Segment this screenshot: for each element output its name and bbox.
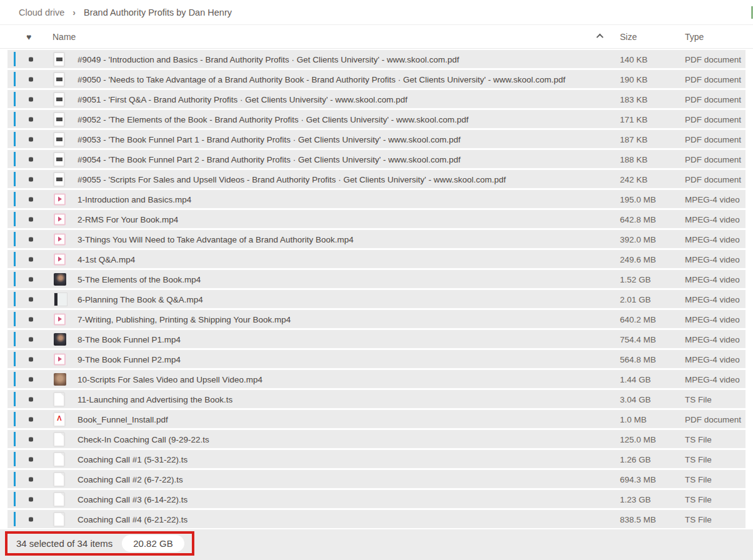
selected-dot-icon[interactable]	[29, 77, 33, 81]
selection-bar	[14, 192, 16, 206]
video-thumb-dark-icon	[54, 333, 66, 346]
file-name[interactable]: Coaching Call #2 (6-7-22).ts	[77, 474, 183, 484]
selection-bar	[14, 232, 16, 246]
selected-dot-icon[interactable]	[29, 217, 33, 221]
file-name[interactable]: 1-Introduction and Basics.mp4	[77, 194, 191, 204]
file-name[interactable]: 8-The Book Funnel P1.mp4	[77, 334, 181, 344]
table-row[interactable]: #9053 - 'The Book Funnel Part 1 - Brand …	[7, 130, 746, 148]
file-name[interactable]: 4-1st Q&A.mp4	[77, 254, 135, 264]
selected-dot-icon[interactable]	[29, 177, 33, 181]
table-row[interactable]: 7-Writing, Publishing, Printing & Shippi…	[7, 310, 746, 328]
selection-bar	[14, 472, 16, 486]
table-row[interactable]: #9054 - 'The Book Funnel Part 2 - Brand …	[7, 150, 746, 168]
table-row[interactable]: 1-Introduction and Basics.mp4 195.0 MB M…	[7, 190, 746, 208]
favorite-heart-icon[interactable]: ♥	[26, 32, 31, 42]
file-name[interactable]: Coaching Call #1 (5-31-22).ts	[77, 454, 187, 464]
selected-dot-icon[interactable]	[29, 297, 33, 301]
sort-ascending-icon[interactable]	[597, 34, 604, 40]
table-row[interactable]: Check-In Coaching Call (9-29-22.ts 125.0…	[7, 430, 746, 448]
selected-dot-icon[interactable]	[29, 337, 33, 341]
table-row[interactable]: Book_Funnel_Install.pdf 1.0 MB PDF docum…	[7, 410, 746, 428]
selected-dot-icon[interactable]	[29, 517, 33, 521]
file-size: 3.04 GB	[620, 394, 651, 404]
selected-dot-icon[interactable]	[29, 257, 33, 261]
file-name[interactable]: 2-RMS For Your Book.mp4	[77, 214, 178, 224]
table-row[interactable]: 10-Scripts For Sales Video and Upsell Vi…	[7, 370, 746, 388]
file-name[interactable]: #9051 - 'First Q&A - Brand Authority Pro…	[77, 94, 407, 104]
table-row[interactable]: 4-1st Q&A.mp4 249.6 MB MPEG-4 video	[7, 250, 746, 268]
file-name[interactable]: Book_Funnel_Install.pdf	[77, 414, 168, 424]
file-name[interactable]: #9050 - 'Needs to Take Advantage of a Br…	[77, 74, 566, 84]
table-row[interactable]: Coaching Call #2 (6-7-22).ts 694.3 MB TS…	[7, 470, 746, 488]
file-name[interactable]: Check-In Coaching Call (9-29-22.ts	[77, 434, 209, 444]
selected-dot-icon[interactable]	[29, 377, 33, 381]
file-size: 694.3 MB	[620, 474, 656, 484]
table-row[interactable]: 11-Launching and Advertising the Book.ts…	[7, 390, 746, 408]
file-name[interactable]: 3-Things You Will Need to Take Advantage…	[77, 234, 354, 244]
selected-dot-icon[interactable]	[29, 357, 33, 361]
file-size: 190 KB	[620, 74, 647, 84]
file-name[interactable]: 10-Scripts For Sales Video and Upsell Vi…	[77, 374, 262, 384]
breadcrumb-root-link[interactable]: Cloud drive	[19, 8, 64, 18]
table-row[interactable]: #9051 - 'First Q&A - Brand Authority Pro…	[7, 90, 746, 108]
file-name[interactable]: #9052 - 'The Elements of the Book - Bran…	[77, 114, 469, 124]
table-row[interactable]: #9052 - 'The Elements of the Book - Bran…	[7, 110, 746, 128]
file-type: TS File	[685, 394, 712, 404]
table-row[interactable]: 2-RMS For Your Book.mp4 642.8 MB MPEG-4 …	[7, 210, 746, 228]
column-header-size[interactable]: Size	[620, 32, 637, 42]
file-name[interactable]: #9054 - 'The Book Funnel Part 2 - Brand …	[77, 154, 461, 164]
selected-dot-icon[interactable]	[29, 137, 33, 141]
file-name[interactable]: 7-Writing, Publishing, Printing & Shippi…	[77, 314, 291, 324]
file-name[interactable]: #9053 - 'The Book Funnel Part 1 - Brand …	[77, 134, 461, 144]
file-name[interactable]: 11-Launching and Advertising the Book.ts	[77, 394, 232, 404]
selected-dot-icon[interactable]	[29, 97, 33, 101]
table-row[interactable]: #9055 - 'Scripts For Sales and Upsell Vi…	[7, 170, 746, 188]
table-row[interactable]: 3-Things You Will Need to Take Advantage…	[7, 230, 746, 248]
table-row[interactable]: 9-The Book Funnel P2.mp4 564.8 MB MPEG-4…	[7, 350, 746, 368]
selected-dot-icon[interactable]	[29, 437, 33, 441]
file-name[interactable]: Coaching Call #3 (6-14-22).ts	[77, 494, 187, 504]
file-type: MPEG-4 video	[685, 354, 740, 364]
selected-dot-icon[interactable]	[29, 237, 33, 241]
selected-dot-icon[interactable]	[29, 317, 33, 321]
table-row[interactable]: 6-Planning The Book & Q&A.mp4 2.01 GB MP…	[7, 290, 746, 308]
file-name[interactable]: 6-Planning The Book & Q&A.mp4	[77, 294, 203, 304]
table-row[interactable]: Coaching Call #3 (6-14-22).ts 1.23 GB TS…	[7, 490, 746, 508]
selection-bar	[14, 452, 16, 466]
file-name[interactable]: 9-The Book Funnel P2.mp4	[77, 354, 181, 364]
selection-bar	[14, 372, 16, 386]
selected-dot-icon[interactable]	[29, 497, 33, 501]
selection-bar	[14, 52, 16, 66]
selection-bar	[14, 72, 16, 86]
file-type: PDF document	[685, 54, 741, 64]
table-row[interactable]: #9050 - 'Needs to Take Advantage of a Br…	[7, 70, 746, 88]
selected-dot-icon[interactable]	[29, 197, 33, 201]
selected-dot-icon[interactable]	[29, 457, 33, 461]
file-name[interactable]: Coaching Call #4 (6-21-22).ts	[77, 514, 187, 524]
column-header-name[interactable]: Name	[52, 32, 76, 42]
table-row[interactable]: #9049 - 'Introduction and Basics - Brand…	[7, 50, 746, 68]
total-size-badge: 20.82 GB	[122, 535, 184, 552]
selected-dot-icon[interactable]	[29, 57, 33, 61]
file-type: PDF document	[685, 414, 741, 424]
file-type: MPEG-4 video	[685, 314, 740, 324]
file-type: PDF document	[685, 174, 741, 184]
video-play-icon	[54, 233, 66, 245]
table-row[interactable]: 8-The Book Funnel P1.mp4 754.4 MB MPEG-4…	[7, 330, 746, 348]
file-size: 838.5 MB	[620, 514, 656, 524]
file-name[interactable]: #9055 - 'Scripts For Sales and Upsell Vi…	[77, 174, 506, 184]
selected-dot-icon[interactable]	[29, 277, 33, 281]
table-row[interactable]: Coaching Call #1 (5-31-22).ts 1.26 GB TS…	[7, 450, 746, 468]
selected-dot-icon[interactable]	[29, 397, 33, 401]
table-header: ♥ Name Size Type	[0, 25, 753, 49]
file-name[interactable]: #9049 - 'Introduction and Basics - Brand…	[77, 54, 459, 64]
column-header-type[interactable]: Type	[685, 32, 704, 42]
selected-dot-icon[interactable]	[29, 477, 33, 481]
file-name[interactable]: 5-The Elements of the Book.mp4	[77, 274, 201, 284]
selected-dot-icon[interactable]	[29, 417, 33, 421]
selected-dot-icon[interactable]	[29, 117, 33, 121]
selected-dot-icon[interactable]	[29, 157, 33, 161]
table-row[interactable]: 5-The Elements of the Book.mp4 1.52 GB M…	[7, 270, 746, 288]
video-play-icon	[54, 193, 66, 205]
table-row[interactable]: Coaching Call #4 (6-21-22).ts 838.5 MB T…	[7, 510, 746, 528]
